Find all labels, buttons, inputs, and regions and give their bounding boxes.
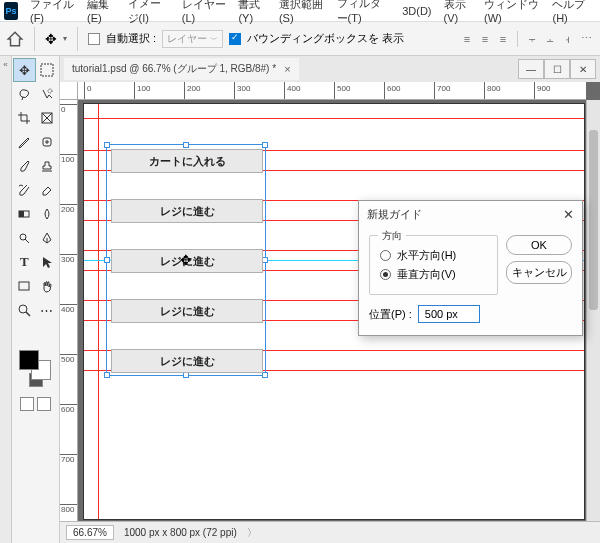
- auto-select-checkbox[interactable]: [88, 33, 100, 45]
- close-tab-icon[interactable]: ×: [284, 63, 290, 75]
- crop-tool[interactable]: [13, 106, 36, 130]
- foreground-color[interactable]: [19, 350, 39, 370]
- brush-tool[interactable]: [13, 154, 36, 178]
- position-input[interactable]: [418, 305, 480, 323]
- menu-view[interactable]: 表示(V): [438, 0, 478, 26]
- resize-handle-n[interactable]: [183, 142, 189, 148]
- transform-center-icon[interactable]: ✥: [180, 252, 192, 268]
- auto-select-target[interactable]: レイヤー ﹀: [162, 30, 223, 48]
- direction-legend: 方向: [378, 229, 406, 243]
- dialog-titlebar[interactable]: 新規ガイド ✕: [359, 201, 582, 227]
- frame-tool[interactable]: [36, 106, 59, 130]
- blur-tool[interactable]: [36, 202, 59, 226]
- ruler-origin[interactable]: [60, 82, 78, 100]
- radio-vertical[interactable]: [380, 269, 391, 280]
- menu-help[interactable]: ヘルプ(H): [546, 0, 596, 26]
- screen-mode-icon-2[interactable]: [37, 397, 51, 411]
- svg-line-14: [26, 312, 30, 316]
- window-minimize-button[interactable]: —: [518, 59, 544, 79]
- align-bottom-icon[interactable]: ≡: [495, 31, 511, 47]
- gradient-tool[interactable]: [13, 202, 36, 226]
- scrollbar-vertical[interactable]: [586, 100, 600, 521]
- document-tab-bar: tutorial1.psd @ 66.7% (グループ 1, RGB/8#) *…: [60, 56, 600, 82]
- align-top-icon[interactable]: ≡: [459, 31, 475, 47]
- history-brush-tool[interactable]: [13, 178, 36, 202]
- options-bar: ✥ ▾ 自動選択 : レイヤー ﹀ バウンディングボックスを 表示 ≡ ≡ ≡ …: [0, 22, 600, 56]
- menu-type[interactable]: 書式(Y): [232, 0, 272, 26]
- screen-mode[interactable]: [13, 394, 58, 418]
- guide-vertical[interactable]: [98, 104, 99, 519]
- color-swatch[interactable]: [13, 346, 58, 382]
- layer-button[interactable]: レジに進む: [111, 199, 263, 223]
- dialog-close-icon[interactable]: ✕: [563, 207, 574, 222]
- menu-edit[interactable]: 編集(E): [81, 0, 121, 26]
- menu-select[interactable]: 選択範囲(S): [273, 0, 331, 26]
- distribute-icon[interactable]: ⋯: [578, 31, 594, 47]
- menu-file[interactable]: ファイル(F): [24, 0, 81, 26]
- svg-line-11: [25, 239, 29, 243]
- eyedropper-tool[interactable]: [13, 130, 36, 154]
- document-tab[interactable]: tutorial1.psd @ 66.7% (グループ 1, RGB/8#) *…: [64, 58, 299, 80]
- edit-toolbar[interactable]: ⋯: [36, 298, 59, 322]
- collapse-left-icon[interactable]: «: [3, 60, 7, 69]
- rectangle-tool[interactable]: [13, 274, 36, 298]
- layer-button[interactable]: レジに進む: [111, 299, 263, 323]
- menu-image[interactable]: イメージ(I): [122, 0, 176, 28]
- align-vcenter-icon[interactable]: ≡: [477, 31, 493, 47]
- app-logo: Ps: [4, 2, 18, 20]
- tool-preset-dropdown[interactable]: ▾: [63, 34, 67, 43]
- lasso-tool[interactable]: [13, 82, 36, 106]
- menu-filter[interactable]: フィルター(T): [331, 0, 397, 28]
- window-maximize-button[interactable]: ☐: [544, 59, 570, 79]
- dodge-tool[interactable]: [13, 226, 36, 250]
- screen-mode-icon[interactable]: [20, 397, 34, 411]
- marquee-tool[interactable]: [36, 58, 59, 82]
- new-guide-dialog[interactable]: 新規ガイド ✕ 方向 水平方向(H) 垂直方向(V) 位置(P) : OK: [358, 200, 583, 336]
- svg-rect-12: [19, 282, 29, 290]
- doc-dimensions: 1000 px x 800 px (72 ppi): [124, 527, 237, 538]
- resize-handle-sw[interactable]: [104, 372, 110, 378]
- radio-horizontal-label: 水平方向(H): [397, 248, 456, 263]
- svg-rect-9: [19, 211, 24, 217]
- toolbox: ✥ T ⋯: [12, 56, 60, 543]
- radio-vertical-label: 垂直方向(V): [397, 267, 456, 282]
- ruler-vertical[interactable]: 0100200300400500600700800: [60, 100, 78, 521]
- resize-handle-ne[interactable]: [262, 142, 268, 148]
- move-tool-icon[interactable]: ✥: [45, 31, 57, 47]
- resize-handle-w[interactable]: [104, 257, 110, 263]
- zoom-level[interactable]: 66.67%: [66, 525, 114, 540]
- menu-3d[interactable]: 3D(D): [396, 3, 437, 19]
- path-select-tool[interactable]: [36, 250, 59, 274]
- scrollbar-thumb[interactable]: [589, 130, 598, 310]
- document-tab-title: tutorial1.psd @ 66.7% (グループ 1, RGB/8#) *: [72, 62, 276, 76]
- menu-window[interactable]: ウィンドウ(W): [478, 0, 547, 26]
- show-bbox-label: バウンディングボックスを 表示: [247, 31, 404, 46]
- layer-button[interactable]: カートに入れる: [111, 149, 263, 173]
- hand-tool[interactable]: [36, 274, 59, 298]
- layer-button[interactable]: レジに進む: [111, 349, 263, 373]
- radio-horizontal[interactable]: [380, 250, 391, 261]
- healing-tool[interactable]: [36, 130, 59, 154]
- selection-bounding-box[interactable]: カートに入れる レジに進む レジに進む レジに進む レジに進む ✥: [106, 144, 266, 376]
- status-menu-icon[interactable]: 〉: [247, 526, 257, 540]
- pen-tool[interactable]: [36, 226, 59, 250]
- resize-handle-nw[interactable]: [104, 142, 110, 148]
- eraser-tool[interactable]: [36, 178, 59, 202]
- menu-layer[interactable]: レイヤー(L): [176, 0, 233, 26]
- ok-button[interactable]: OK: [506, 235, 572, 255]
- ruler-horizontal[interactable]: 0100200300400500600700800900: [78, 82, 586, 100]
- type-tool[interactable]: T: [13, 250, 36, 274]
- guide-horizontal[interactable]: [84, 118, 584, 119]
- align-right-icon[interactable]: ⫞: [560, 31, 576, 47]
- align-left-icon[interactable]: ⫟: [524, 31, 540, 47]
- stamp-tool[interactable]: [36, 154, 59, 178]
- window-close-button[interactable]: ✕: [570, 59, 596, 79]
- cancel-button[interactable]: キャンセル: [506, 261, 572, 284]
- home-icon[interactable]: [6, 30, 24, 48]
- move-tool[interactable]: ✥: [13, 58, 36, 82]
- quick-select-tool[interactable]: [36, 82, 59, 106]
- panel-collapse-strip[interactable]: «: [0, 56, 12, 543]
- show-bbox-checkbox[interactable]: [229, 33, 241, 45]
- align-hcenter-icon[interactable]: ⫠: [542, 31, 558, 47]
- zoom-tool[interactable]: [13, 298, 36, 322]
